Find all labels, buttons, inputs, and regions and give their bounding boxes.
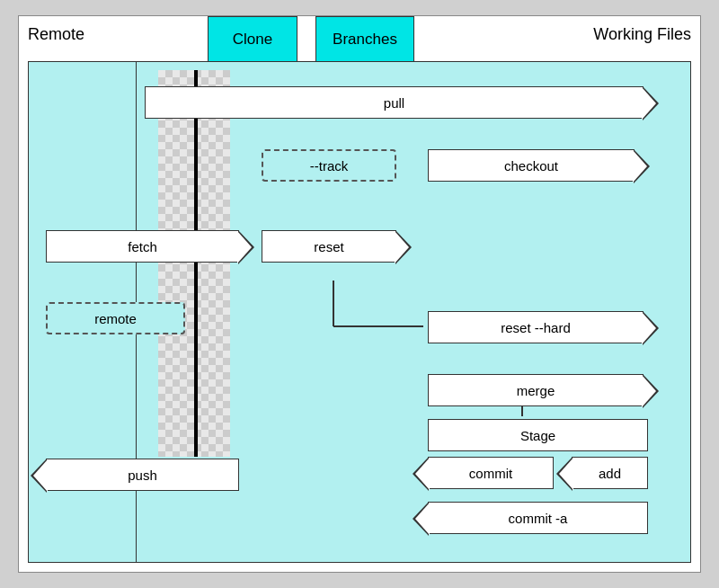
reset-arrow: reset [262,230,396,263]
pull-arrow: pull [145,86,644,119]
reset-hard-arrow: reset --hard [428,311,644,343]
remote-label: Remote [28,25,84,44]
commit-arrow: commit [428,457,554,489]
stage-box: Stage [428,419,648,451]
merge-arrow: merge [428,374,644,406]
working-files-label: Working Files [593,25,691,44]
track-box: --track [262,149,396,182]
vertical-line [194,70,198,457]
diagram-container: Remote Clone Branches Working Files pull… [18,15,701,573]
remote-dashed: remote [46,302,185,334]
push-arrow: push [46,459,239,491]
branches-tab: Branches [315,16,414,61]
add-arrow: add [572,457,648,489]
fetch-arrow: fetch [46,230,239,263]
commit-a-arrow: commit -a [428,502,648,534]
checkout-arrow: checkout [428,149,635,182]
clone-tab: Clone [208,16,297,61]
